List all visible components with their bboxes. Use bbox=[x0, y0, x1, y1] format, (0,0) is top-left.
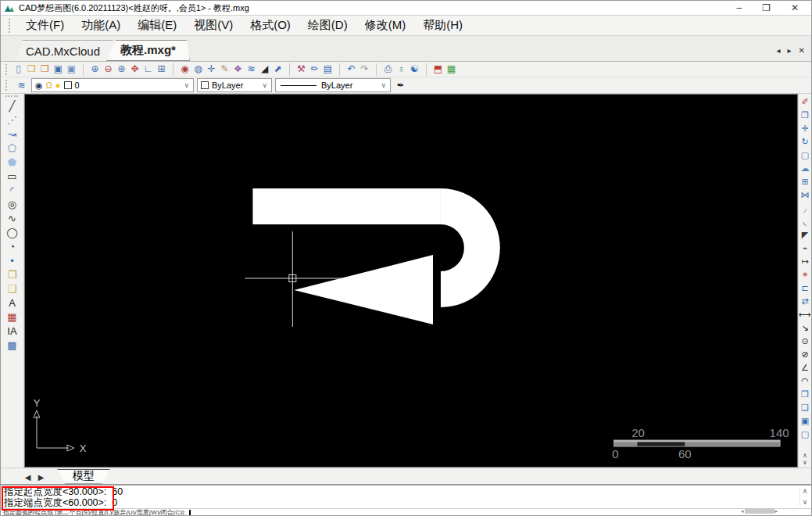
corner-tool-icon[interactable]: ◤ bbox=[799, 228, 811, 242]
edit-settings-icon[interactable]: ✏ bbox=[308, 63, 321, 76]
new-file-icon[interactable]: ▯ bbox=[12, 63, 25, 76]
hatch-tool-icon[interactable]: ▩ bbox=[2, 339, 21, 353]
extend-tool-icon[interactable]: ↦ bbox=[799, 255, 811, 268]
join-tool-icon[interactable]: ⇄ bbox=[799, 295, 811, 308]
draw-pencil-icon[interactable]: ✎ bbox=[218, 63, 231, 76]
table-tool-icon[interactable]: ▦ bbox=[2, 310, 21, 324]
tab-prev-icon[interactable]: ◂ bbox=[777, 46, 781, 55]
ellipse-tool-icon[interactable]: ◯ bbox=[2, 226, 21, 240]
layer-stack-icon[interactable]: ≋ bbox=[245, 63, 258, 76]
minimize-button[interactable]: – bbox=[736, 2, 742, 13]
ellipse-arc-tool-icon[interactable]: ◔ bbox=[2, 240, 21, 254]
tab-cad-mxcloud[interactable]: CAD.MxCloud bbox=[12, 40, 114, 61]
arc-tool-icon[interactable]: ◜ bbox=[2, 184, 21, 198]
save-icon[interactable]: ▣ bbox=[52, 63, 65, 76]
command-input[interactable]: 指定圆弧的端点或 [第二个点(S)/拉直(L)/放弃(U)/宽度(W)/闭合(C… bbox=[1, 508, 811, 515]
undo-icon[interactable]: ↶ bbox=[345, 63, 358, 76]
tab-next-icon[interactable]: ▸ bbox=[788, 46, 792, 55]
maximize-button[interactable]: ❒ bbox=[762, 2, 771, 13]
menu-edit[interactable]: 编辑(E) bbox=[129, 16, 185, 35]
zoom-out-icon[interactable]: ⊖ bbox=[102, 63, 115, 76]
close-button[interactable]: ✕ bbox=[791, 2, 799, 13]
zoom-window-icon[interactable]: ⊞ bbox=[155, 63, 168, 76]
scroll-up-icon[interactable]: ∧ bbox=[803, 487, 808, 495]
scroll-down-icon[interactable]: ∨ bbox=[803, 498, 808, 506]
array-tool-icon[interactable]: ⊞ bbox=[799, 175, 811, 188]
polygon-tool-icon[interactable]: ⬠ bbox=[2, 142, 21, 156]
linewidth-icon[interactable]: ◢ bbox=[258, 63, 271, 76]
draworder-above-icon[interactable]: ▣ bbox=[799, 414, 811, 428]
dim-leader-icon[interactable]: ↘ bbox=[799, 321, 811, 335]
move-tool-icon[interactable]: ✛ bbox=[799, 122, 811, 135]
spline-tool-icon[interactable]: ∿ bbox=[2, 212, 21, 226]
model-space-tab[interactable]: 模型 bbox=[57, 469, 110, 484]
draworder-front-icon[interactable]: ❐ bbox=[799, 388, 811, 401]
scale-tool-icon[interactable]: ▢ bbox=[799, 149, 811, 162]
scroll-up-icon[interactable]: ∧ bbox=[799, 452, 811, 459]
menu-draw[interactable]: 绘图(D) bbox=[299, 16, 356, 35]
tab-jiaocheng-mxg[interactable]: 教程.mxg* bbox=[106, 40, 190, 61]
draworder-back-icon[interactable]: ❏ bbox=[799, 401, 811, 414]
menu-view[interactable]: 视图(V) bbox=[185, 16, 241, 35]
menu-function[interactable]: 功能(A) bbox=[73, 16, 129, 35]
scroll-left-icon[interactable]: ◂ bbox=[741, 507, 744, 514]
scroll-right-icon[interactable]: ▸ bbox=[775, 507, 778, 514]
export-image-icon[interactable]: ▦ bbox=[445, 63, 458, 76]
zoom-scale-icon[interactable]: ◍ bbox=[191, 63, 205, 76]
dim-linear-icon[interactable]: ⟷ bbox=[799, 308, 811, 321]
text-tool-icon[interactable]: A bbox=[2, 296, 21, 310]
web-globe-icon[interactable]: ♁ bbox=[395, 63, 408, 76]
layer-manager-icon[interactable]: ≋ bbox=[15, 79, 28, 92]
layer-dropdown[interactable]: ◉ Ω ● 0 ∨ bbox=[31, 78, 194, 92]
polyline-tool-icon[interactable]: ↝ bbox=[2, 127, 21, 142]
command-scrollbar[interactable]: ∧ ∨ bbox=[799, 487, 810, 506]
copy-tool-icon[interactable]: ❐ bbox=[799, 109, 811, 122]
mirror-tool-icon[interactable]: ⋈ bbox=[799, 188, 811, 202]
fillet-tool-icon[interactable]: ◞ bbox=[799, 202, 811, 215]
menu-modify[interactable]: 修改(M) bbox=[356, 16, 415, 35]
dim-radius-icon[interactable]: ⊙ bbox=[799, 335, 811, 348]
zoom-previous-icon[interactable]: ◉ bbox=[178, 63, 191, 76]
color-dropdown[interactable]: ByLayer ∨ bbox=[197, 78, 272, 92]
polygon2-tool-icon[interactable]: ⬟ bbox=[2, 156, 21, 170]
save-settings-icon[interactable]: ▤ bbox=[321, 63, 334, 76]
rotate-tool-icon[interactable]: ↻ bbox=[799, 135, 811, 149]
erase-tool-icon[interactable]: ✐ bbox=[799, 95, 811, 109]
save-as-icon[interactable]: ▣ bbox=[65, 63, 78, 76]
drawing-canvas[interactable]: 20 140 0 60 Y X bbox=[24, 94, 798, 468]
cloud-globe-icon[interactable]: ☯ bbox=[408, 63, 421, 76]
circle-tool-icon[interactable]: ◎ bbox=[2, 198, 21, 212]
explode-tool-icon[interactable]: ✶ bbox=[799, 268, 811, 281]
dim-arclength-icon[interactable]: ◠ bbox=[799, 374, 811, 388]
palette-icon[interactable]: ❖ bbox=[231, 63, 245, 76]
rectangle-tool-icon[interactable]: ▭ bbox=[2, 170, 21, 184]
menu-file[interactable]: 文件(F) bbox=[17, 16, 73, 35]
match-properties-icon[interactable]: ✒ bbox=[394, 79, 407, 92]
scrollbar-thumb[interactable] bbox=[745, 508, 774, 514]
command-history[interactable]: 指定起点宽度<30.000>: 60指定端点宽度<60.000>: 0 bbox=[1, 486, 811, 508]
trim-tool-icon[interactable]: ⌁ bbox=[799, 242, 811, 255]
block-insert-icon[interactable]: ❑ bbox=[2, 282, 21, 296]
zoom-in-icon[interactable]: ⊕ bbox=[88, 63, 102, 76]
linetype-dropdown[interactable]: ByLayer ∨ bbox=[275, 78, 391, 92]
open-cloud-file-icon[interactable]: ❒ bbox=[38, 63, 52, 76]
scroll-down-icon[interactable]: ∨ bbox=[799, 459, 811, 466]
offset-tool-icon[interactable]: ⊏ bbox=[799, 281, 811, 295]
dim-angular-icon[interactable]: ∠ bbox=[799, 361, 811, 374]
layout-next-button[interactable]: ▶ bbox=[34, 470, 48, 483]
tab-close-icon[interactable]: ✕ bbox=[799, 46, 805, 55]
open-file-icon[interactable]: ❒ bbox=[25, 63, 38, 76]
draworder-below-icon[interactable]: ▢ bbox=[799, 428, 811, 441]
menu-format[interactable]: 格式(O) bbox=[241, 16, 299, 35]
horizontal-scrollbar[interactable]: ◂ ▸ bbox=[741, 507, 808, 514]
ucs-icon[interactable]: ∟ bbox=[141, 63, 155, 76]
pan-icon[interactable]: ✥ bbox=[128, 63, 141, 76]
redo-icon[interactable]: ↷ bbox=[358, 63, 371, 76]
field-tool-icon[interactable]: ΙA bbox=[2, 324, 21, 339]
construction-line-tool-icon[interactable]: ⋰ bbox=[2, 113, 21, 127]
menu-help[interactable]: 帮助(H) bbox=[414, 16, 471, 35]
line-tool-icon[interactable]: ╱ bbox=[2, 99, 21, 113]
print-icon[interactable]: ⎙ bbox=[381, 63, 395, 76]
stretch-tool-icon[interactable]: ☁ bbox=[799, 162, 811, 175]
chamfer-tool-icon[interactable]: ◟ bbox=[799, 215, 811, 228]
